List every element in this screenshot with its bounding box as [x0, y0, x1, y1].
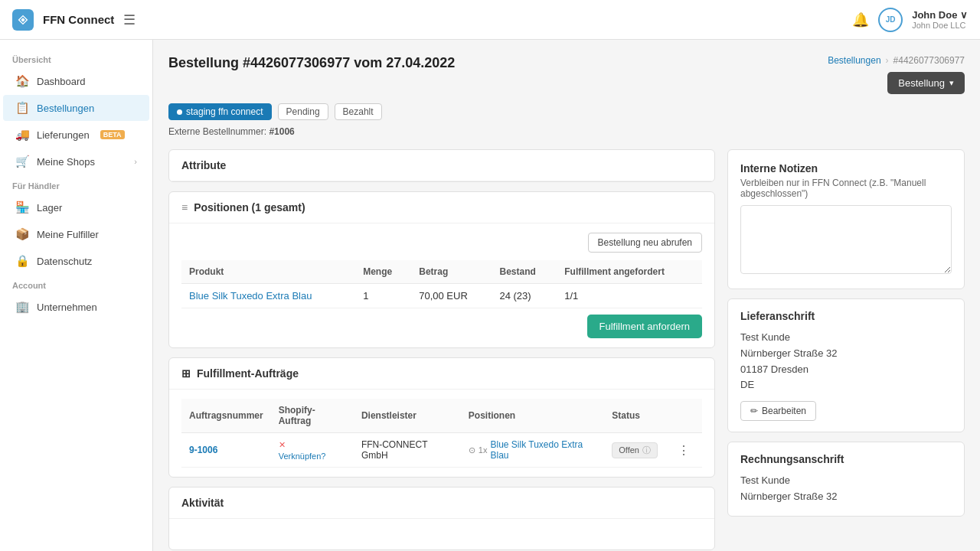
col-produkt: Produkt: [181, 260, 355, 284]
topnav: FFN Connect ☰ 🔔 JD John Doe ∨ John Doe L…: [0, 0, 980, 40]
bestellung-button[interactable]: Bestellung ▾: [887, 72, 965, 94]
fulfiller-icon: 📦: [15, 227, 29, 241]
sidebar-item-lieferungen[interactable]: 🚚 Lieferungen BETA: [3, 122, 149, 148]
ext-order-value: #1006: [269, 126, 294, 137]
breadcrumb-parent[interactable]: Bestellungen: [828, 55, 880, 66]
billing-name: Test Kunde: [740, 473, 952, 489]
tag-paid: Bezahlt: [335, 103, 382, 120]
user-name: John Doe ∨: [912, 9, 968, 21]
tag-pending: Pending: [278, 103, 328, 120]
address-country: DE: [740, 377, 952, 393]
sidebar-item-dashboard[interactable]: 🏠 Dashboard: [3, 68, 149, 94]
fulfillment-title: Fulfillment-Aufträge: [197, 367, 299, 380]
positions-table: Produkt Menge Betrag Bestand Fulfillment…: [181, 260, 702, 308]
shops-icon: 🛒: [15, 155, 29, 168]
sidebar-item-fulfiller[interactable]: 📦 Meine Fulfiller: [3, 221, 149, 247]
sidebar-section-account: Account: [0, 275, 152, 293]
notes-card-body: Interne Notizen Verbleiben nur in FFN Co…: [728, 150, 964, 289]
positions-table-container: Bestellung neu abrufen Produkt Menge Bet…: [169, 223, 714, 347]
edit-icon: ✏: [750, 406, 758, 416]
fulfillment-table-container: Auftragsnummer Shopify-Auftrag Dienstlei…: [169, 390, 714, 477]
lieferanschrift-title: Lieferanschrift: [740, 310, 952, 322]
sidebar-item-label: Bestellungen: [37, 103, 94, 114]
pos-product-link[interactable]: Blue Silk Tuxedo Extra Blau: [490, 439, 596, 461]
ff-order-num-cell: 9-1006: [181, 433, 271, 468]
orders-icon: 📋: [15, 101, 29, 115]
edit-address-button[interactable]: ✏ Bearbeiten: [740, 401, 816, 421]
bestand-cell: 24 (23): [492, 284, 557, 308]
info-icon[interactable]: ⓘ: [642, 445, 651, 456]
status-label: Offen: [619, 445, 639, 455]
sidebar: Übersicht 🏠 Dashboard 📋 Bestellungen 🚚 L…: [0, 40, 153, 551]
topnav-left: FFN Connect ☰: [12, 9, 136, 31]
table-row: Blue Silk Tuxedo Extra Blau 1 70,00 EUR …: [181, 284, 702, 308]
rechnungsanschrift-body: Rechnungsanschrift Test Kunde Nürnberger…: [728, 442, 964, 516]
address-city: 01187 Dresden: [740, 362, 952, 378]
logo-icon: [12, 9, 34, 31]
home-icon: 🏠: [15, 74, 29, 88]
positions-card: ≡ Positionen (1 gesamt) Bestellung neu a…: [168, 191, 715, 348]
sidebar-item-label: Unternehmen: [37, 302, 97, 313]
page-header: Bestellung #4426077306977 vom 27.04.2022…: [168, 55, 965, 94]
ff-positionen-cell: ⊙ 1x Blue Silk Tuxedo Extra Blau: [461, 433, 604, 468]
menge-cell: 1: [355, 284, 411, 308]
ff-col-positionen: Positionen: [461, 399, 604, 433]
rechnungsanschrift-card: Rechnungsanschrift Test Kunde Nürnberger…: [727, 442, 965, 517]
notes-title: Interne Notizen: [740, 162, 952, 174]
rechnungsanschrift-text: Test Kunde Nürnberger Straße 32: [740, 473, 952, 505]
product-link[interactable]: Blue Silk Tuxedo Extra Blau: [189, 290, 312, 302]
fulfillment-table: Auftragsnummer Shopify-Auftrag Dienstlei…: [181, 399, 702, 468]
table-row: 9-1006 ✕ Verknüpfen? FFN-CONNECT GmbH: [181, 433, 702, 468]
privacy-icon: 🔒: [15, 254, 29, 268]
app-name: FFN Connect: [43, 13, 114, 26]
fulfillment-cell: 1/1: [557, 284, 702, 308]
lieferanschrift-card: Lieferanschrift Test Kunde Nürnberger St…: [727, 298, 965, 432]
notes-card: Interne Notizen Verbleiben nur in FFN Co…: [727, 149, 965, 289]
sidebar-item-label: Lager: [37, 202, 62, 214]
sidebar-item-bestellungen[interactable]: 📋 Bestellungen: [3, 95, 149, 121]
ext-order: Externe Bestellnummer: #1006: [168, 126, 965, 137]
positions-card-header: ≡ Positionen (1 gesamt): [169, 192, 714, 223]
activity-card: Aktivität: [168, 487, 715, 550]
ff-col-auftrag: Auftragsnummer: [181, 399, 271, 433]
sidebar-item-label: Meine Shops: [37, 156, 95, 168]
delivery-icon: 🚚: [15, 128, 29, 142]
ff-order-link[interactable]: 9-1006: [189, 445, 217, 455]
ff-col-dienstleister: Dienstleister: [354, 399, 461, 433]
ff-col-actions: [665, 399, 702, 433]
product-name-cell: Blue Silk Tuxedo Extra Blau: [181, 284, 355, 308]
sidebar-item-label: Lieferungen: [37, 129, 90, 141]
notes-subtitle: Verbleiben nur in FFN Connect (z.B. "Man…: [740, 178, 952, 199]
col-betrag: Betrag: [411, 260, 492, 284]
shopify-link[interactable]: Verknüpfen?: [279, 452, 346, 461]
sidebar-item-label: Meine Fulfiller: [37, 229, 99, 240]
sidebar-item-lager[interactable]: 🏪 Lager: [3, 194, 149, 220]
page-title: Bestellung #4426077306977 vom 27.04.2022: [168, 55, 455, 71]
list-icon: ≡: [181, 201, 188, 214]
warehouse-icon: 🏪: [15, 201, 29, 214]
notes-textarea[interactable]: [740, 205, 952, 274]
ff-more-cell: ⋮: [665, 433, 702, 468]
reload-button[interactable]: Bestellung neu abrufen: [588, 233, 702, 253]
positions-title: Positionen (1 gesamt): [194, 201, 305, 214]
shopify-col: ✕ Verknüpfen?: [279, 440, 346, 461]
pos-item: ⊙ 1x Blue Silk Tuxedo Extra Blau: [469, 439, 596, 461]
more-button[interactable]: ⋮: [673, 442, 694, 459]
x-icon: ✕: [279, 440, 346, 450]
sidebar-item-datenschutz[interactable]: 🔒 Datenschutz: [3, 248, 149, 274]
fulfillment-card: ⊞ Fulfillment-Aufträge Auftragsnummer Sh…: [168, 357, 715, 478]
fulfillment-button[interactable]: Fulfillment anfordern: [587, 315, 703, 338]
hamburger-button[interactable]: ☰: [123, 11, 136, 28]
ff-col-shopify: Shopify-Auftrag: [271, 399, 354, 433]
bell-icon[interactable]: 🔔: [852, 11, 869, 28]
sidebar-item-meine-shops[interactable]: 🛒 Meine Shops ›: [3, 148, 149, 174]
content-grid: Attribute ≡ Positionen (1 gesamt) Bestel…: [168, 149, 965, 550]
ext-order-label: Externe Bestellnummer:: [168, 126, 266, 137]
status-badge: Offen ⓘ: [612, 442, 658, 458]
sidebar-item-unternehmen[interactable]: 🏢 Unternehmen: [3, 294, 149, 320]
address-name: Test Kunde: [740, 330, 952, 346]
main-content: Bestellung #4426077306977 vom 27.04.2022…: [153, 40, 980, 551]
bestellung-button-label: Bestellung: [898, 77, 945, 89]
activity-body: [169, 519, 714, 549]
col-fulfillment: Fulfillment angefordert: [557, 260, 702, 284]
